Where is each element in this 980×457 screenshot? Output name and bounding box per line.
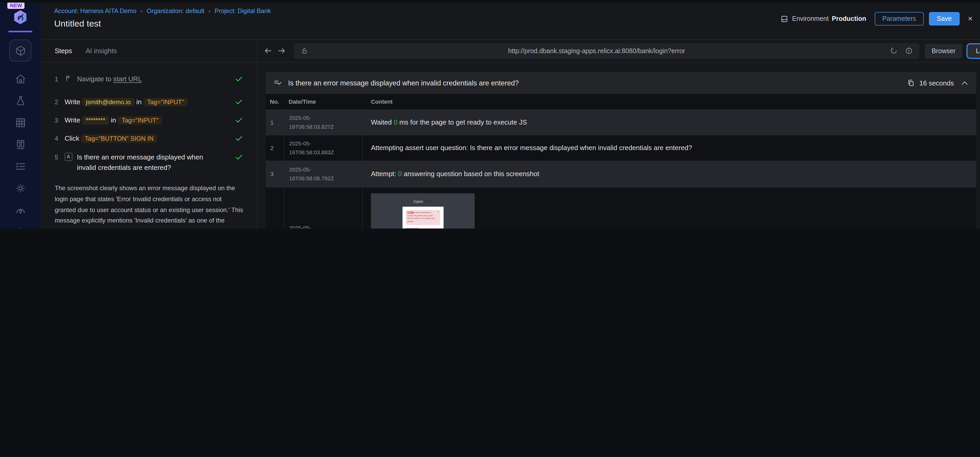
sidebar-nav: [0, 40, 41, 228]
row-date-line2: 16T06:58:08.792Z: [289, 174, 360, 183]
log-row: 3 2025-05-16T06:58:08.792Z Attempt: 0 an…: [266, 161, 976, 188]
screenshot-thumbnail[interactable]: Digital Bank Error Invalid credentials o…: [371, 193, 475, 228]
step-text: Write jsmith@demo.io in Tag="INPUT": [65, 97, 188, 107]
library-icon[interactable]: [14, 139, 26, 151]
refresh-icon[interactable]: [889, 46, 899, 55]
chevron-up-icon[interactable]: [960, 78, 969, 87]
start-url-link[interactable]: start URL: [113, 75, 142, 83]
breadcrumb-account[interactable]: Account: Harness AITA Demo: [54, 7, 137, 14]
row-date-line1: 2025-05-: [289, 113, 360, 123]
step-target-badge: Tag="BUTTON" SIGN IN: [81, 135, 158, 143]
step-text: Write ******** in Tag="INPUT": [65, 115, 162, 126]
step-number: 4: [55, 134, 60, 144]
environment-selector[interactable]: Environment Production: [780, 14, 866, 23]
step-row-4[interactable]: 4 Click Tag="BUTTON" SIGN IN: [55, 134, 244, 144]
cube-icon: [14, 45, 26, 57]
step-text: Click Tag="BUTTON" SIGN IN: [65, 134, 158, 144]
step-row-3[interactable]: 3 Write ******** in Tag="INPUT": [55, 115, 244, 126]
row-date-line2: 16T06:58:03.883Z: [289, 148, 360, 157]
row-text: Attempting assert user question: Is ther…: [371, 143, 968, 153]
step-row-5[interactable]: 5 A Is there an error message displayed …: [55, 152, 244, 173]
browser-toolbar: http://prod.dbank.staging-apps.relicx.ai…: [258, 40, 980, 62]
row-no: 3: [266, 161, 285, 187]
flask-icon[interactable]: [14, 95, 26, 107]
environment-icon: [780, 14, 789, 23]
step-row-2[interactable]: 2 Write jsmith@demo.io in Tag="INPUT": [55, 97, 244, 107]
assertion-log-header[interactable]: Is there an error message displayed when…: [266, 72, 976, 94]
duration-badge: 16 seconds: [919, 79, 954, 87]
slack-icon[interactable]: [14, 226, 26, 228]
row-date-line1: 2025-05-: [289, 223, 360, 228]
assertion-question: Is there an error message displayed when…: [288, 79, 519, 87]
info-icon[interactable]: [905, 46, 913, 55]
check-icon: [234, 75, 243, 83]
new-badge: NEW: [7, 2, 25, 9]
browser-area: http://prod.dbank.staging-apps.relicx.ai…: [258, 40, 980, 228]
browser-button[interactable]: Browser: [925, 43, 963, 58]
thumb-login-card: Error Invalid credentials or access not …: [402, 207, 443, 229]
thumb-error-banner: Error Invalid credentials or access not …: [406, 210, 440, 225]
checklist-icon[interactable]: [14, 161, 26, 172]
col-date: Date/Time: [285, 99, 363, 105]
row-date-line2: 16T06:58:03.827Z: [289, 123, 360, 132]
sidebar: NEW: [0, 0, 41, 228]
gear-icon[interactable]: [14, 182, 26, 194]
log-table-header: No. Date/Time Content: [266, 94, 976, 110]
home-icon[interactable]: [14, 73, 26, 85]
step-number: 3: [55, 115, 60, 126]
log-header-right: 16 seconds: [906, 78, 969, 87]
step-row-1[interactable]: 1 Navigate to start URL: [55, 74, 244, 84]
sidebar-item-module[interactable]: [10, 40, 31, 62]
row-text: ms for the page to get ready to execute …: [398, 119, 527, 126]
row-highlight: 0: [398, 170, 402, 178]
step-target-badge: Tag="INPUT": [118, 116, 162, 125]
steps-panel: Steps AI insights 1 Navigate to start UR…: [41, 40, 258, 228]
url-bar[interactable]: http://prod.dbank.staging-apps.relicx.ai…: [294, 43, 920, 59]
steps-list: 1 Navigate to start URL 2 Write jsmith@d…: [41, 62, 257, 181]
environment-label: Environment: [792, 15, 829, 22]
thumb-error-close-icon: ×: [438, 211, 439, 213]
breadcrumb-org[interactable]: Organization: default: [147, 7, 205, 14]
step-action: Write: [65, 116, 80, 124]
close-icon[interactable]: ×: [968, 14, 973, 23]
harness-logo-icon: [13, 9, 28, 25]
copy-icon[interactable]: [906, 78, 915, 87]
parameters-button[interactable]: Parameters: [875, 12, 924, 25]
grid-icon[interactable]: [14, 117, 26, 129]
breadcrumb-project[interactable]: Project: Digital Bank: [215, 7, 271, 14]
row-content: Attempting assert user question: Is ther…: [363, 135, 976, 161]
save-button[interactable]: Save: [929, 12, 959, 25]
row-date-line1: 2025-05-: [289, 139, 360, 148]
col-no: No.: [266, 99, 285, 105]
tab-ai-insights[interactable]: AI insights: [86, 47, 117, 55]
thumb-username-label: USER NAME: [406, 228, 440, 229]
unlock-icon: [300, 46, 309, 55]
check-icon: [234, 153, 243, 161]
row-text: answering question based on this screens…: [402, 170, 539, 178]
window-top-edge: [0, 0, 980, 3]
step-number: 2: [55, 97, 60, 107]
thumb-error-badge: Error: [407, 212, 414, 213]
url-bar-actions: [889, 46, 913, 55]
logs-button[interactable]: Lo: [966, 43, 980, 59]
col-content: Content: [363, 99, 976, 105]
assertion-marker-icon: A: [65, 153, 72, 161]
steps-tabs: Steps AI insights: [41, 40, 257, 62]
forward-arrow-icon[interactable]: [277, 46, 286, 55]
back-arrow-icon[interactable]: [264, 46, 272, 55]
assert-list-icon: [273, 78, 282, 88]
row-text: Waited: [371, 119, 394, 126]
row-no: 4: [266, 188, 285, 228]
thumb-brand: Digital Bank: [414, 199, 432, 204]
row-date: 2025-05-16T06:58:03.883Z: [285, 135, 363, 161]
app-window: NEW: [0, 0, 980, 228]
harness-logo[interactable]: [13, 9, 28, 25]
incognito-agent-icon[interactable]: [14, 204, 26, 216]
check-icon: [234, 116, 243, 125]
step-conjunction: in: [111, 116, 116, 124]
check-icon: [234, 134, 243, 143]
tab-steps[interactable]: Steps: [55, 47, 72, 55]
flag-icon: [65, 75, 72, 82]
row-text: Attempt:: [371, 170, 398, 178]
row-date: 2025-05-16T06:58:03.827Z: [285, 110, 363, 135]
